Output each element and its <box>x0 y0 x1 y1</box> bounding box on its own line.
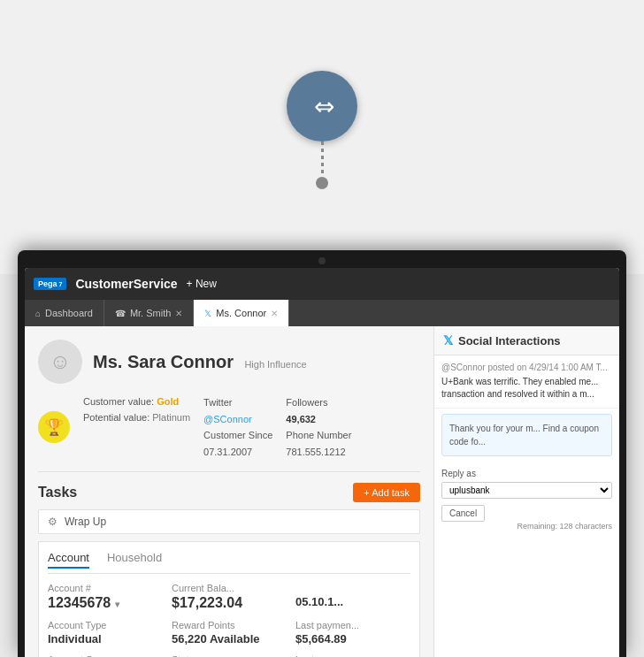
post-text: U+Bank was terrific. They enabled me... … <box>441 376 612 401</box>
account-number-value: 12345678 ▾ <box>48 595 163 611</box>
balance-label: Current Bala... <box>172 583 287 593</box>
customer-value-label: Customer value: <box>83 396 154 407</box>
phone-icon: ☎ <box>115 309 126 318</box>
tasks-title: Tasks <box>38 485 77 500</box>
rewards-group: Reward Points 56,220 Available <box>172 620 287 646</box>
since-label: Customer Since <box>203 430 272 440</box>
social-header: 𝕏 Social Interactions <box>434 326 619 355</box>
app-header: Pega 7 CustomerService + New <box>25 268 619 300</box>
account-fields: Account # 12345678 ▾ Current Bala... $17… <box>48 583 410 657</box>
home-icon: ⌂ <box>35 309 41 318</box>
screen-frame: Pega 7 CustomerService + New ⌂ Dashboard… <box>18 250 626 657</box>
tasks-header: Tasks + Add task <box>38 483 420 502</box>
reply-as-label: Reply as <box>441 469 612 478</box>
customer-header: ☺ Ms. Sara Connor High Influence <box>38 340 420 384</box>
pega-version: 7 <box>59 281 63 287</box>
drag-pin <box>316 177 328 189</box>
social-panel-title: Social Interactions <box>458 334 561 348</box>
influence-badge: High Influence <box>244 359 306 370</box>
account-number-group: Account # 12345678 ▾ <box>48 583 163 611</box>
tab-dashboard-label: Dashboard <box>45 308 93 318</box>
potential-label: Potential value: <box>83 412 150 423</box>
customer-name: Ms. Sara Connor <box>93 352 234 371</box>
profile-area: ☺ Ms. Sara Connor High Influence 🏆 Custo… <box>25 326 433 657</box>
pega-logo: Pega 7 <box>34 278 66 290</box>
add-task-button[interactable]: + Add task <box>353 483 420 502</box>
last-payment-label: Last paymen... <box>295 620 410 630</box>
value-labels: Customer value: Gold Potential value: Pl… <box>83 394 190 461</box>
reply-form: Reply as uplusbank Cancel Remaining: 128… <box>434 462 619 538</box>
followers-area: Followers 49,632 Phone Number 781.555.12… <box>286 394 351 461</box>
type-label: Account Type <box>48 620 163 630</box>
balance-group: Current Bala... $17,223.04 <box>172 583 287 611</box>
social-panel: 𝕏 Social Interactions @SConnor posted on… <box>433 326 619 657</box>
reply-preview-text: Thank you for your m... Find a coupon co… <box>449 424 599 447</box>
phone-label: Phone Number <box>286 427 351 444</box>
cancel-button[interactable]: Cancel <box>441 505 485 522</box>
followers-count: 49,632 <box>286 411 351 428</box>
account-number-label: Account # <box>48 583 163 593</box>
social-post: @SConnor posted on 4/29/14 1:00 AM T... … <box>434 355 619 409</box>
followers-label: Followers <box>286 394 351 411</box>
account-dropdown-icon[interactable]: ▾ <box>115 600 119 609</box>
screen-camera <box>318 257 326 264</box>
tab-account[interactable]: Account <box>48 551 89 569</box>
post-meta: @SConnor posted on 4/29/14 1:00 AM T... <box>441 363 612 372</box>
twitter-row: Twitter <box>203 394 272 411</box>
reply-input-row: uplusbank <box>441 482 612 499</box>
tasks-section: Tasks + Add task ⚙ Wrap Up <box>38 483 420 534</box>
last-payment-group: Last paymen... $5,664.89 <box>295 620 410 646</box>
new-button[interactable]: + New <box>187 278 217 290</box>
customer-value: Gold <box>157 396 179 407</box>
tab-ms-connor-label: Ms. Connor <box>216 308 266 318</box>
reply-preview-box: Thank you for your m... Find a coupon co… <box>441 414 612 456</box>
date-group: 05.10.1... <box>295 583 410 611</box>
twitter-tab-icon: 𝕏 <box>204 309 211 318</box>
account-section: Account Household Account # 12345678 ▾ <box>38 541 420 657</box>
date-label <box>295 583 410 593</box>
drag-stem <box>321 141 324 177</box>
app-name: CustomerService <box>75 277 177 291</box>
trophy-area: 🏆 <box>38 394 70 461</box>
wrap-up-row: ⚙ Wrap Up <box>38 509 420 534</box>
avatar: ☺ <box>38 340 82 384</box>
customer-value-row: Customer value: Gold <box>83 394 190 410</box>
customer-details: 🏆 Customer value: Gold Potential value: … <box>38 394 420 472</box>
drag-arrows-icon: ⇔ <box>314 92 331 121</box>
last-payment-value: $5,664.89 <box>295 632 410 646</box>
type-value: Individual <box>48 632 163 646</box>
phone-value: 781.555.1212 <box>286 444 351 461</box>
since-row: Customer Since <box>203 427 272 444</box>
potential-value: Platinum <box>152 412 190 423</box>
tabs-bar: ⌂ Dashboard ☎ Mr. Smith ✕ 𝕏 Ms. Connor ✕ <box>25 300 619 326</box>
account-tabs: Account Household <box>48 551 410 574</box>
tab-mr-smith-label: Mr. Smith <box>130 308 171 318</box>
twitter-handle[interactable]: @SConnor <box>203 414 252 424</box>
close-ms-connor-icon[interactable]: ✕ <box>271 309 278 318</box>
tab-household[interactable]: Household <box>107 551 162 569</box>
date-value: 05.10.1... <box>295 595 410 608</box>
balance-value: $17,223.04 <box>172 595 287 611</box>
char-count: Remaining: 128 characters <box>441 522 612 531</box>
twitter-label: Twitter <box>203 397 232 408</box>
since-date: 07.31.2007 <box>203 447 252 457</box>
type-group: Account Type Individual <box>48 620 163 646</box>
customer-name-area: Ms. Sara Connor High Influence <box>93 352 307 372</box>
wrap-up-label: Wrap Up <box>65 516 106 528</box>
tab-mr-smith[interactable]: ☎ Mr. Smith ✕ <box>104 300 194 326</box>
rewards-value: 56,220 Available <box>172 632 287 646</box>
main-content: ☺ Ms. Sara Connor High Influence 🏆 Custo… <box>25 326 619 657</box>
drag-icon-container: ⇔ <box>287 71 357 189</box>
potential-value-row: Potential value: Platinum <box>83 410 190 426</box>
twitter-social-icon: 𝕏 <box>443 333 453 348</box>
tab-ms-connor[interactable]: 𝕏 Ms. Connor ✕ <box>194 300 289 326</box>
screen-inner: Pega 7 CustomerService + New ⌂ Dashboard… <box>25 268 619 657</box>
trophy-icon: 🏆 <box>38 411 70 443</box>
contact-info: Twitter @SConnor Customer Since 07.31.20… <box>203 394 272 461</box>
pega-text: Pega <box>38 279 58 288</box>
wrap-up-icon: ⚙ <box>48 516 58 528</box>
tab-dashboard[interactable]: ⌂ Dashboard <box>25 300 104 326</box>
reply-as-dropdown[interactable]: uplusbank <box>441 482 612 499</box>
close-mr-smith-icon[interactable]: ✕ <box>175 309 182 318</box>
top-decorative-area: ⇔ <box>0 0 644 274</box>
